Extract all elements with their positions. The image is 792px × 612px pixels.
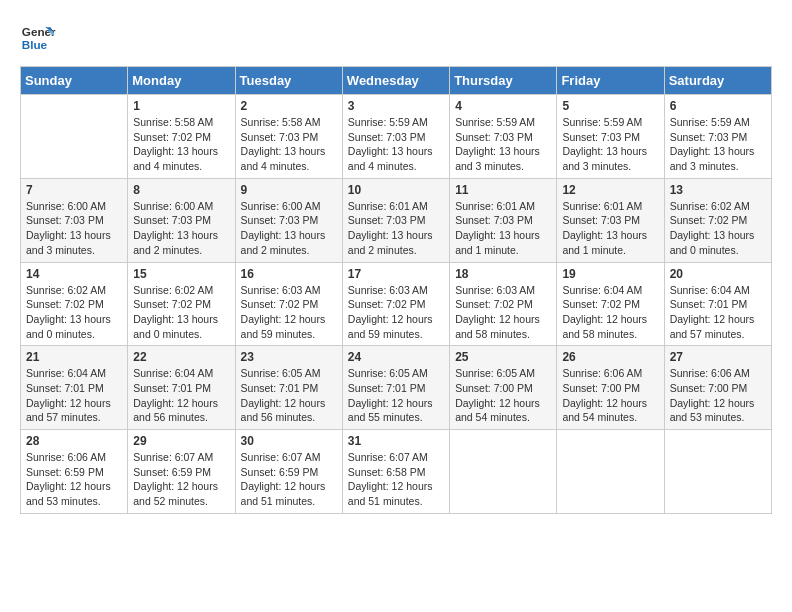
cell-content: Sunrise: 6:06 AM Sunset: 7:00 PM Dayligh…	[562, 366, 658, 425]
cell-content: Sunrise: 6:01 AM Sunset: 7:03 PM Dayligh…	[348, 199, 444, 258]
cell-content: Sunrise: 6:02 AM Sunset: 7:02 PM Dayligh…	[133, 283, 229, 342]
day-number: 31	[348, 434, 444, 448]
calendar-cell	[664, 430, 771, 514]
day-number: 1	[133, 99, 229, 113]
logo-icon: General Blue	[20, 20, 56, 56]
calendar-cell: 24Sunrise: 6:05 AM Sunset: 7:01 PM Dayli…	[342, 346, 449, 430]
day-number: 30	[241, 434, 337, 448]
calendar-cell: 20Sunrise: 6:04 AM Sunset: 7:01 PM Dayli…	[664, 262, 771, 346]
day-number: 18	[455, 267, 551, 281]
cell-content: Sunrise: 6:01 AM Sunset: 7:03 PM Dayligh…	[455, 199, 551, 258]
calendar-cell: 3Sunrise: 5:59 AM Sunset: 7:03 PM Daylig…	[342, 95, 449, 179]
day-number: 8	[133, 183, 229, 197]
calendar-cell	[450, 430, 557, 514]
calendar-cell	[21, 95, 128, 179]
calendar-cell: 12Sunrise: 6:01 AM Sunset: 7:03 PM Dayli…	[557, 178, 664, 262]
day-number: 13	[670, 183, 766, 197]
page-header: General Blue	[20, 20, 772, 56]
calendar-cell: 9Sunrise: 6:00 AM Sunset: 7:03 PM Daylig…	[235, 178, 342, 262]
day-number: 4	[455, 99, 551, 113]
calendar-table: SundayMondayTuesdayWednesdayThursdayFrid…	[20, 66, 772, 514]
day-number: 11	[455, 183, 551, 197]
calendar-cell: 17Sunrise: 6:03 AM Sunset: 7:02 PM Dayli…	[342, 262, 449, 346]
cell-content: Sunrise: 6:05 AM Sunset: 7:00 PM Dayligh…	[455, 366, 551, 425]
calendar-cell: 30Sunrise: 6:07 AM Sunset: 6:59 PM Dayli…	[235, 430, 342, 514]
day-number: 2	[241, 99, 337, 113]
day-number: 12	[562, 183, 658, 197]
day-number: 14	[26, 267, 122, 281]
cell-content: Sunrise: 6:04 AM Sunset: 7:01 PM Dayligh…	[133, 366, 229, 425]
day-number: 26	[562, 350, 658, 364]
calendar-cell: 28Sunrise: 6:06 AM Sunset: 6:59 PM Dayli…	[21, 430, 128, 514]
cell-content: Sunrise: 6:07 AM Sunset: 6:59 PM Dayligh…	[133, 450, 229, 509]
svg-text:Blue: Blue	[22, 38, 48, 51]
calendar-cell: 13Sunrise: 6:02 AM Sunset: 7:02 PM Dayli…	[664, 178, 771, 262]
column-header-wednesday: Wednesday	[342, 67, 449, 95]
cell-content: Sunrise: 6:02 AM Sunset: 7:02 PM Dayligh…	[26, 283, 122, 342]
cell-content: Sunrise: 6:00 AM Sunset: 7:03 PM Dayligh…	[133, 199, 229, 258]
cell-content: Sunrise: 6:07 AM Sunset: 6:59 PM Dayligh…	[241, 450, 337, 509]
cell-content: Sunrise: 6:03 AM Sunset: 7:02 PM Dayligh…	[455, 283, 551, 342]
calendar-cell: 10Sunrise: 6:01 AM Sunset: 7:03 PM Dayli…	[342, 178, 449, 262]
calendar-cell: 7Sunrise: 6:00 AM Sunset: 7:03 PM Daylig…	[21, 178, 128, 262]
cell-content: Sunrise: 6:04 AM Sunset: 7:01 PM Dayligh…	[670, 283, 766, 342]
calendar-cell: 21Sunrise: 6:04 AM Sunset: 7:01 PM Dayli…	[21, 346, 128, 430]
day-number: 9	[241, 183, 337, 197]
calendar-cell	[557, 430, 664, 514]
calendar-cell: 1Sunrise: 5:58 AM Sunset: 7:02 PM Daylig…	[128, 95, 235, 179]
cell-content: Sunrise: 6:05 AM Sunset: 7:01 PM Dayligh…	[348, 366, 444, 425]
calendar-cell: 16Sunrise: 6:03 AM Sunset: 7:02 PM Dayli…	[235, 262, 342, 346]
day-number: 15	[133, 267, 229, 281]
day-number: 17	[348, 267, 444, 281]
day-number: 3	[348, 99, 444, 113]
calendar-cell: 26Sunrise: 6:06 AM Sunset: 7:00 PM Dayli…	[557, 346, 664, 430]
cell-content: Sunrise: 5:59 AM Sunset: 7:03 PM Dayligh…	[562, 115, 658, 174]
calendar-cell: 19Sunrise: 6:04 AM Sunset: 7:02 PM Dayli…	[557, 262, 664, 346]
day-number: 29	[133, 434, 229, 448]
cell-content: Sunrise: 5:59 AM Sunset: 7:03 PM Dayligh…	[670, 115, 766, 174]
calendar-cell: 2Sunrise: 5:58 AM Sunset: 7:03 PM Daylig…	[235, 95, 342, 179]
cell-content: Sunrise: 6:04 AM Sunset: 7:01 PM Dayligh…	[26, 366, 122, 425]
cell-content: Sunrise: 6:02 AM Sunset: 7:02 PM Dayligh…	[670, 199, 766, 258]
day-number: 24	[348, 350, 444, 364]
week-row-2: 7Sunrise: 6:00 AM Sunset: 7:03 PM Daylig…	[21, 178, 772, 262]
calendar-cell: 25Sunrise: 6:05 AM Sunset: 7:00 PM Dayli…	[450, 346, 557, 430]
column-header-sunday: Sunday	[21, 67, 128, 95]
day-number: 25	[455, 350, 551, 364]
logo: General Blue	[20, 20, 56, 56]
day-number: 22	[133, 350, 229, 364]
day-number: 5	[562, 99, 658, 113]
cell-content: Sunrise: 6:01 AM Sunset: 7:03 PM Dayligh…	[562, 199, 658, 258]
day-number: 6	[670, 99, 766, 113]
day-number: 27	[670, 350, 766, 364]
cell-content: Sunrise: 6:00 AM Sunset: 7:03 PM Dayligh…	[241, 199, 337, 258]
cell-content: Sunrise: 6:07 AM Sunset: 6:58 PM Dayligh…	[348, 450, 444, 509]
cell-content: Sunrise: 5:58 AM Sunset: 7:03 PM Dayligh…	[241, 115, 337, 174]
column-header-tuesday: Tuesday	[235, 67, 342, 95]
cell-content: Sunrise: 5:58 AM Sunset: 7:02 PM Dayligh…	[133, 115, 229, 174]
week-row-1: 1Sunrise: 5:58 AM Sunset: 7:02 PM Daylig…	[21, 95, 772, 179]
cell-content: Sunrise: 6:00 AM Sunset: 7:03 PM Dayligh…	[26, 199, 122, 258]
calendar-cell: 5Sunrise: 5:59 AM Sunset: 7:03 PM Daylig…	[557, 95, 664, 179]
week-row-4: 21Sunrise: 6:04 AM Sunset: 7:01 PM Dayli…	[21, 346, 772, 430]
header-row: SundayMondayTuesdayWednesdayThursdayFrid…	[21, 67, 772, 95]
calendar-cell: 22Sunrise: 6:04 AM Sunset: 7:01 PM Dayli…	[128, 346, 235, 430]
cell-content: Sunrise: 6:06 AM Sunset: 7:00 PM Dayligh…	[670, 366, 766, 425]
week-row-3: 14Sunrise: 6:02 AM Sunset: 7:02 PM Dayli…	[21, 262, 772, 346]
day-number: 10	[348, 183, 444, 197]
calendar-cell: 29Sunrise: 6:07 AM Sunset: 6:59 PM Dayli…	[128, 430, 235, 514]
column-header-monday: Monday	[128, 67, 235, 95]
calendar-cell: 6Sunrise: 5:59 AM Sunset: 7:03 PM Daylig…	[664, 95, 771, 179]
day-number: 20	[670, 267, 766, 281]
day-number: 7	[26, 183, 122, 197]
calendar-cell: 18Sunrise: 6:03 AM Sunset: 7:02 PM Dayli…	[450, 262, 557, 346]
day-number: 19	[562, 267, 658, 281]
column-header-thursday: Thursday	[450, 67, 557, 95]
column-header-friday: Friday	[557, 67, 664, 95]
cell-content: Sunrise: 6:04 AM Sunset: 7:02 PM Dayligh…	[562, 283, 658, 342]
cell-content: Sunrise: 6:03 AM Sunset: 7:02 PM Dayligh…	[241, 283, 337, 342]
calendar-cell: 31Sunrise: 6:07 AM Sunset: 6:58 PM Dayli…	[342, 430, 449, 514]
day-number: 23	[241, 350, 337, 364]
calendar-cell: 14Sunrise: 6:02 AM Sunset: 7:02 PM Dayli…	[21, 262, 128, 346]
day-number: 28	[26, 434, 122, 448]
